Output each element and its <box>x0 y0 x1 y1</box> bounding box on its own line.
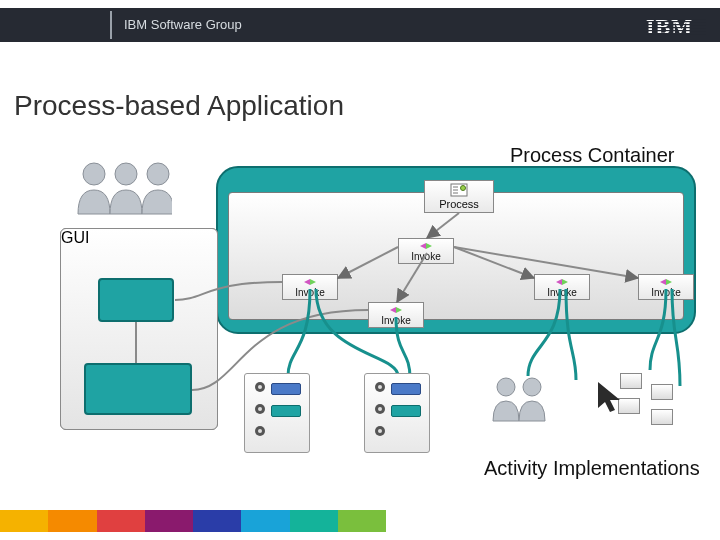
svg-rect-6 <box>646 33 706 34</box>
gear-icon <box>373 380 387 398</box>
invoke-label: Invoke <box>547 287 576 298</box>
svg-point-25 <box>378 385 382 389</box>
svg-rect-1 <box>646 18 706 19</box>
invoke-tag-top: Invoke <box>398 238 454 264</box>
svg-point-29 <box>378 429 382 433</box>
invoke-label: Invoke <box>381 315 410 326</box>
users-icon <box>72 156 172 238</box>
process-container-label: Process Container <box>510 144 675 167</box>
page-title: Process-based Application <box>14 90 344 122</box>
process-tag-label: Process <box>439 198 479 210</box>
gear-icon <box>373 424 387 442</box>
impl-group-c <box>486 373 556 439</box>
svg-point-9 <box>147 163 169 185</box>
gear-icon <box>253 380 267 398</box>
svg-point-7 <box>83 163 105 185</box>
gear-icon <box>253 402 267 420</box>
svg-point-31 <box>523 378 541 396</box>
cursor-icon <box>590 380 630 420</box>
header-divider <box>110 11 112 39</box>
gear-icon <box>373 402 387 420</box>
process-tag: Process <box>424 180 494 213</box>
invoke-tag-left: Invoke <box>282 274 338 300</box>
svg-point-23 <box>258 429 262 433</box>
svg-point-27 <box>378 407 382 411</box>
invoke-tag-mid: Invoke <box>368 302 424 328</box>
gear-icon <box>253 424 267 442</box>
svg-rect-4 <box>646 27 706 28</box>
activity-implementations-label: Activity Implementations <box>484 457 700 480</box>
gui-box-top <box>98 278 174 322</box>
gui-box-bottom <box>84 363 192 415</box>
impl-d-box <box>651 384 673 400</box>
svg-point-21 <box>258 407 262 411</box>
impl-group-b <box>364 373 430 453</box>
invoke-tag-right1: Invoke <box>534 274 590 300</box>
svg-point-30 <box>497 378 515 396</box>
header-bar: IBM Software Group IBM <box>0 8 720 42</box>
invoke-label: Invoke <box>651 287 680 298</box>
svg-point-19 <box>258 385 262 389</box>
header-group-text: IBM Software Group <box>124 17 242 32</box>
svg-rect-3 <box>646 24 706 25</box>
svg-rect-2 <box>646 21 706 22</box>
impl-d-box <box>651 409 673 425</box>
svg-rect-5 <box>646 30 706 31</box>
svg-point-8 <box>115 163 137 185</box>
ibm-logo: IBM <box>646 14 706 42</box>
svg-text:IBM: IBM <box>646 14 693 38</box>
invoke-label: Invoke <box>295 287 324 298</box>
invoke-tag-right2: Invoke <box>638 274 694 300</box>
invoke-label: Invoke <box>411 251 440 262</box>
footer-stripes <box>0 510 386 532</box>
svg-point-11 <box>461 186 466 191</box>
impl-group-a <box>244 373 310 453</box>
